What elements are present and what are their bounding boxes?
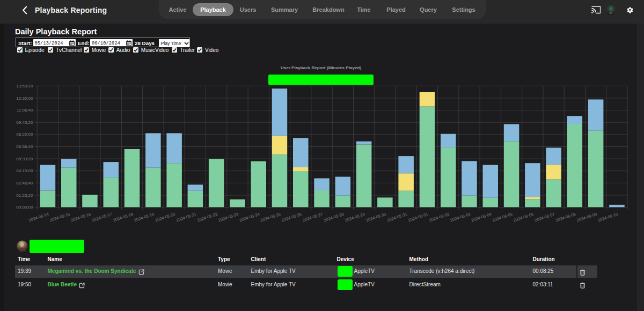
svg-text:2024-06-01: 2024-06-01 (407, 212, 429, 223)
svg-text:2024-05-15: 2024-05-15 (49, 212, 71, 223)
svg-text:2024-06-09: 2024-06-09 (576, 212, 598, 223)
svg-text:2024-05-16: 2024-05-16 (70, 212, 92, 223)
svg-text:01:23:20: 01:23:20 (16, 193, 33, 198)
svg-text:2024-05-21: 2024-05-21 (175, 212, 197, 223)
svg-text:2024-05-30: 2024-05-30 (365, 212, 387, 223)
svg-text:06:56:40: 06:56:40 (16, 144, 33, 149)
svg-text:09:43:20: 09:43:20 (16, 120, 33, 125)
svg-text:12:30:00: 12:30:00 (16, 96, 33, 101)
svg-text:2024-06-03: 2024-06-03 (450, 212, 471, 223)
svg-text:2024-06-10: 2024-06-10 (597, 212, 619, 223)
svg-text:2024-05-25: 2024-05-25 (260, 212, 281, 223)
svg-text:11:06:40: 11:06:40 (17, 108, 33, 113)
svg-text:2024-05-14: 2024-05-14 (28, 212, 49, 223)
svg-text:2024-06-04: 2024-06-04 (471, 212, 492, 223)
svg-text:05:33:20: 05:33:20 (16, 157, 33, 161)
svg-text:2024-05-28: 2024-05-28 (323, 212, 345, 223)
svg-text:2024-05-18: 2024-05-18 (112, 212, 134, 223)
svg-text:2024-05-23: 2024-05-23 (218, 212, 239, 223)
svg-text:2024-05-31: 2024-05-31 (386, 212, 408, 223)
svg-text:2024-05-26: 2024-05-26 (281, 212, 303, 223)
svg-text:2024-06-05: 2024-06-05 (492, 212, 513, 223)
svg-text:2024-06-02: 2024-06-02 (429, 212, 450, 223)
svg-text:13:53:20: 13:53:20 (16, 84, 33, 88)
svg-text:00:00:00: 00:00:00 (16, 205, 33, 210)
svg-text:2024-05-17: 2024-05-17 (91, 212, 113, 223)
svg-text:2024-06-06: 2024-06-06 (513, 212, 535, 223)
svg-text:2024-05-19: 2024-05-19 (134, 212, 155, 223)
svg-text:08:20:00: 08:20:00 (16, 132, 33, 137)
svg-text:02:46:40: 02:46:40 (16, 181, 33, 186)
svg-text:User Playback Report (Minutes: User Playback Report (Minutes Played) (281, 65, 362, 70)
svg-text:2024-05-24: 2024-05-24 (239, 212, 260, 223)
svg-text:04:10:00: 04:10:00 (16, 168, 33, 173)
svg-text:2024-05-20: 2024-05-20 (155, 212, 176, 223)
svg-text:2024-05-29: 2024-05-29 (344, 212, 365, 223)
svg-text:2024-06-07: 2024-06-07 (534, 212, 555, 223)
svg-text:2024-06-08: 2024-06-08 (555, 212, 576, 223)
svg-text:2024-05-22: 2024-05-22 (197, 212, 218, 223)
svg-text:2024-05-27: 2024-05-27 (302, 212, 324, 223)
